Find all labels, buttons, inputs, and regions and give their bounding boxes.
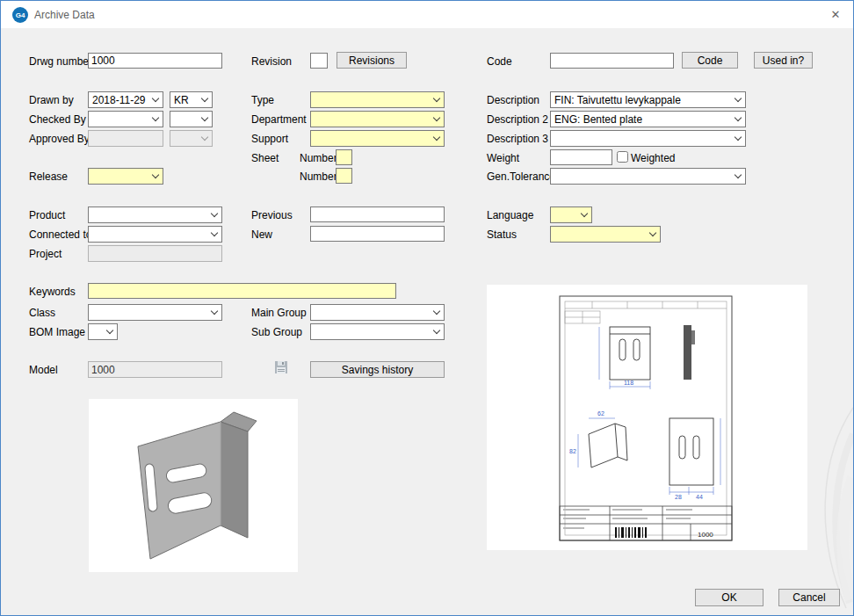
sheet-number-label: Number bbox=[300, 152, 337, 164]
chevron-down-icon bbox=[152, 171, 159, 178]
drawing-preview-image: 118 62 82 28 44 bbox=[487, 285, 807, 550]
dimension-text: 82 bbox=[569, 448, 576, 454]
connected-to-label: Connected to bbox=[29, 228, 91, 241]
dimension-text: 118 bbox=[624, 380, 633, 386]
project-input bbox=[88, 245, 222, 262]
chevron-down-icon bbox=[433, 114, 440, 121]
drawing-sheet-number: 1000 bbox=[698, 531, 713, 539]
ok-button[interactable]: OK bbox=[695, 589, 764, 606]
main-group-select[interactable] bbox=[310, 304, 445, 321]
revisions-button[interactable]: Revisions bbox=[337, 52, 407, 69]
connected-to-select[interactable] bbox=[88, 226, 222, 243]
description-label: Description bbox=[487, 94, 539, 106]
drawn-by-initials-value: KR bbox=[174, 94, 189, 106]
save-disk-icon[interactable] bbox=[273, 359, 289, 375]
product-label: Product bbox=[29, 209, 65, 221]
new-input[interactable] bbox=[310, 226, 445, 242]
class-select[interactable] bbox=[88, 304, 222, 321]
chevron-down-icon bbox=[152, 95, 159, 102]
chevron-down-icon bbox=[211, 229, 218, 236]
used-in-button[interactable]: Used in? bbox=[754, 52, 813, 69]
revision-input[interactable] bbox=[310, 53, 328, 69]
bom-image-label: BOM Image bbox=[29, 326, 85, 338]
approved-by-label: Approved By bbox=[29, 133, 90, 145]
chevron-down-icon bbox=[201, 134, 208, 141]
drawn-by-date-value: 2018-11-29 bbox=[92, 94, 146, 106]
description-value: FIN: Taivutettu levykappale bbox=[554, 94, 681, 106]
department-select[interactable] bbox=[310, 111, 445, 127]
dimension-text: 28 bbox=[675, 494, 682, 500]
chevron-down-icon bbox=[735, 134, 742, 141]
dimension-text: 62 bbox=[597, 410, 604, 417]
weighted-checkbox[interactable] bbox=[617, 151, 628, 163]
chevron-down-icon bbox=[211, 210, 218, 217]
support-label: Support bbox=[251, 133, 288, 145]
previous-input[interactable] bbox=[310, 207, 445, 222]
chevron-down-icon bbox=[581, 210, 588, 217]
checked-by-label: Checked By bbox=[29, 113, 86, 126]
chevron-down-icon bbox=[433, 308, 440, 315]
bom-image-select[interactable] bbox=[88, 323, 118, 340]
code-input[interactable] bbox=[550, 53, 674, 69]
code-button[interactable]: Code bbox=[682, 52, 738, 69]
release-label: Release bbox=[29, 170, 68, 183]
chevron-down-icon bbox=[201, 95, 208, 102]
checked-by-date-select[interactable] bbox=[88, 111, 163, 127]
product-select[interactable] bbox=[88, 207, 222, 223]
release-select[interactable] bbox=[88, 168, 163, 185]
description2-select[interactable]: ENG: Bented plate bbox=[550, 111, 746, 127]
chevron-down-icon bbox=[735, 171, 742, 178]
previous-label: Previous bbox=[251, 209, 293, 221]
description-select[interactable]: FIN: Taivutettu levykappale bbox=[550, 91, 746, 108]
savings-history-button[interactable]: Savings history bbox=[310, 361, 445, 378]
approved-by-date-input bbox=[88, 130, 163, 147]
window-title: Archive Data bbox=[34, 9, 95, 21]
model-input bbox=[88, 361, 222, 378]
language-label: Language bbox=[487, 209, 533, 221]
drwg-number-input[interactable] bbox=[88, 53, 222, 69]
weight-label: Weight bbox=[487, 152, 519, 164]
language-select[interactable] bbox=[550, 207, 592, 223]
description3-select[interactable] bbox=[550, 130, 746, 147]
drawn-by-label: Drawn by bbox=[29, 94, 74, 106]
type-label: Type bbox=[251, 94, 274, 106]
class-label: Class bbox=[29, 307, 55, 319]
support-select[interactable] bbox=[310, 130, 445, 147]
chevron-down-icon bbox=[201, 114, 208, 121]
drawn-by-initials-select[interactable]: KR bbox=[170, 91, 213, 108]
chevron-down-icon bbox=[152, 114, 159, 121]
weighted-label: Weighted bbox=[631, 152, 675, 164]
chevron-down-icon bbox=[106, 327, 113, 334]
project-label: Project bbox=[29, 248, 62, 260]
dimension-text: 44 bbox=[696, 494, 703, 500]
approved-by-initials-select bbox=[170, 130, 213, 147]
cancel-button[interactable]: Cancel bbox=[778, 589, 840, 606]
sheet-label: Sheet bbox=[251, 152, 279, 164]
checked-by-initials-select[interactable] bbox=[170, 111, 213, 127]
weight-input[interactable] bbox=[550, 149, 612, 165]
sheet-number2-input[interactable] bbox=[336, 168, 352, 184]
sheet-number2-label: Number bbox=[300, 170, 337, 183]
code-label: Code bbox=[487, 55, 512, 68]
gen-tolerances-select[interactable] bbox=[550, 168, 746, 185]
archive-data-dialog: G4 Archive Data ✕ Drwg number Revision R… bbox=[0, 0, 854, 616]
new-label: New bbox=[251, 228, 272, 241]
title-bar: G4 Archive Data ✕ bbox=[1, 1, 853, 28]
sub-group-select[interactable] bbox=[310, 323, 445, 340]
keywords-label: Keywords bbox=[29, 286, 76, 298]
status-select[interactable] bbox=[550, 226, 661, 243]
chevron-down-icon bbox=[735, 114, 742, 121]
sheet-number-input[interactable] bbox=[336, 149, 352, 165]
drawing-preview: 118 62 82 28 44 bbox=[487, 285, 807, 550]
chevron-down-icon bbox=[433, 327, 440, 334]
type-select[interactable] bbox=[310, 91, 445, 108]
model-3d-preview-image bbox=[89, 399, 298, 572]
description2-label: Description 2 bbox=[487, 113, 548, 126]
status-label: Status bbox=[487, 228, 517, 241]
revision-label: Revision bbox=[251, 55, 292, 68]
close-icon[interactable]: ✕ bbox=[825, 4, 846, 24]
chevron-down-icon bbox=[211, 308, 218, 315]
app-logo-icon: G4 bbox=[12, 7, 28, 23]
drawn-by-date-select[interactable]: 2018-11-29 bbox=[88, 91, 163, 108]
keywords-input[interactable] bbox=[88, 283, 396, 299]
